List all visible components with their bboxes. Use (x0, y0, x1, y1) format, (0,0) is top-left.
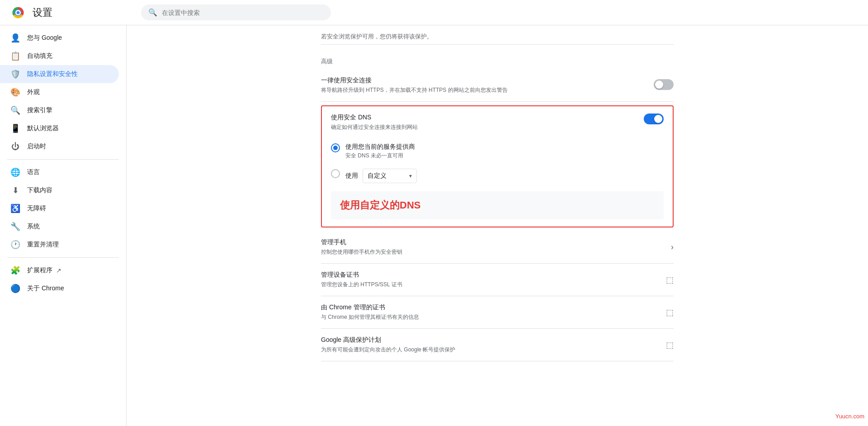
google-protection-desc: 为所有可能会遭到定向攻击的个人 Google 帐号提供保护 (321, 346, 655, 354)
dns-toggle[interactable] (644, 114, 664, 124)
sidebar-item-label: 关于 Chrome (27, 284, 64, 293)
sidebar-item-system[interactable]: 🔧 系统 (0, 218, 119, 236)
external-link-icon-3: ⬚ (666, 340, 674, 350)
search-icon: 🔍 (11, 106, 20, 115)
manage-phone-row[interactable]: 管理手机 控制您使用哪些手机作为安全密钥 › (321, 231, 674, 264)
dns-box-title: 使用安全 DNS (331, 114, 418, 122)
sidebar-item-browser[interactable]: 📱 默认浏览器 (0, 119, 119, 137)
main-layout: 👤 您与 Google 📋 自动填充 🛡️ 隐私设置和安全性 🎨 外观 🔍 搜索… (0, 25, 868, 426)
https-setting-desc: 将导航路径升级到 HTTPS，并在加载不支持 HTTPS 的网站之前向您发出警告 (321, 86, 643, 94)
sidebar-divider-2 (7, 257, 119, 258)
sidebar-item-label: 下载内容 (27, 186, 52, 194)
external-link-icon-2: ⬚ (666, 308, 674, 317)
sidebar-item-label: 您与 Google (27, 34, 62, 42)
sidebar-item-label: 默认浏览器 (27, 124, 59, 133)
sidebar-item-search[interactable]: 🔍 搜索引擎 (0, 101, 119, 119)
sidebar-item-startup[interactable]: ⏻ 启动时 (0, 137, 119, 156)
dns-option-2-label: 使用 (345, 172, 358, 180)
dns-box-info: 使用安全 DNS 确定如何通过安全连接来连接到网站 (331, 114, 418, 131)
reset-icon: 🕐 (11, 240, 20, 249)
google-protection-row[interactable]: Google 高级保护计划 为所有可能会遭到定向攻击的个人 Google 帐号提… (321, 329, 674, 361)
chrome-cert-info: 由 Chrome 管理的证书 与 Chrome 如何管理其根证书有关的信息 (321, 303, 655, 321)
dns-toggle-slider (644, 114, 664, 124)
sidebar-item-label: 外观 (27, 88, 40, 96)
manage-cert-title: 管理设备证书 (321, 271, 655, 279)
manage-phone-desc: 控制您使用哪些手机作为安全密钥 (321, 248, 660, 256)
manage-cert-desc: 管理您设备上的 HTTPS/SSL 证书 (321, 281, 655, 289)
arrow-right-icon: › (671, 242, 674, 252)
sidebar-item-google[interactable]: 👤 您与 Google (0, 29, 119, 47)
dns-box: 使用安全 DNS 确定如何通过安全连接来连接到网站 使用您当前的服务提供商 安全… (321, 105, 674, 227)
https-setting-title: 一律使用安全连接 (321, 76, 643, 85)
sidebar-divider-1 (7, 159, 119, 160)
dns-option-1[interactable]: 使用您当前的服务提供商 安全 DNS 未必一直可用 (331, 138, 664, 164)
puzzle-icon: 🧩 (11, 266, 20, 275)
section-header-advanced: 高级 (321, 48, 674, 69)
search-input[interactable] (162, 9, 324, 16)
palette-icon: 🎨 (11, 88, 20, 97)
google-protection-info: Google 高级保护计划 为所有可能会遭到定向攻击的个人 Google 帐号提… (321, 336, 655, 354)
sidebar-item-label: 隐私设置和安全性 (27, 70, 78, 78)
dns-radio-1[interactable] (331, 143, 340, 152)
top-note: 若安全浏览保护可用，您仍将获得该保护。 (321, 25, 674, 45)
search-bar: 🔍 (141, 5, 331, 20)
sidebar-item-label: 扩展程序 (27, 266, 52, 275)
chrome-logo-icon (11, 5, 25, 20)
wrench-icon: 🔧 (11, 222, 20, 231)
dns-option-1-sublabel: 安全 DNS 未必一直可用 (345, 152, 415, 160)
dns-box-header: 使用安全 DNS 确定如何通过安全连接来连接到网站 (331, 114, 664, 131)
sidebar-item-label: 搜索引擎 (27, 106, 52, 114)
content-area: 若安全浏览保护可用，您仍将获得该保护。 高级 一律使用安全连接 将导航路径升级到… (127, 25, 868, 426)
sidebar-item-label: 自动填充 (27, 52, 52, 60)
sidebar-item-about[interactable]: 🔵 关于 Chrome (0, 279, 119, 298)
sidebar-item-download[interactable]: ⬇ 下载内容 (0, 181, 119, 199)
sidebar-item-autofill[interactable]: 📋 自动填充 (0, 47, 119, 65)
sidebar-item-label: 无障碍 (27, 204, 46, 213)
autofill-icon: 📋 (11, 52, 20, 61)
manage-phone-title: 管理手机 (321, 238, 660, 246)
chevron-down-icon: ▾ (409, 173, 412, 179)
sidebar-item-appearance[interactable]: 🎨 外观 (0, 83, 119, 101)
custom-dns-prompt: 使用自定义的DNS (340, 199, 655, 212)
page-title: 设置 (33, 6, 52, 19)
chrome-cert-desc: 与 Chrome 如何管理其根证书有关的信息 (321, 313, 655, 321)
dns-option-1-label: 使用您当前的服务提供商 (345, 143, 415, 151)
person-icon: 👤 (11, 33, 20, 43)
sidebar-item-label: 重置并清理 (27, 241, 59, 249)
https-toggle-slider (654, 79, 674, 90)
chrome-cert-row[interactable]: 由 Chrome 管理的证书 与 Chrome 如何管理其根证书有关的信息 ⬚ (321, 296, 674, 329)
sidebar-item-reset[interactable]: 🕐 重置并清理 (0, 236, 119, 254)
dns-custom-select[interactable]: 自定义 ▾ (363, 169, 417, 183)
https-setting-row: 一律使用安全连接 将导航路径升级到 HTTPS，并在加载不支持 HTTPS 的网… (321, 69, 674, 102)
dns-option-2[interactable]: 使用 自定义 ▾ (331, 164, 664, 188)
download-icon: ⬇ (11, 186, 20, 195)
manage-cert-info: 管理设备证书 管理您设备上的 HTTPS/SSL 证书 (321, 271, 655, 289)
chrome-icon: 🔵 (11, 284, 20, 293)
external-link-icon: ↗ (56, 267, 61, 274)
header: 设置 🔍 (0, 0, 868, 25)
browser-icon: 📱 (11, 124, 20, 133)
sidebar-item-extensions[interactable]: 🧩 扩展程序 ↗ (0, 261, 119, 279)
manage-phone-info: 管理手机 控制您使用哪些手机作为安全密钥 (321, 238, 660, 256)
https-setting-info: 一律使用安全连接 将导航路径升级到 HTTPS，并在加载不支持 HTTPS 的网… (321, 76, 643, 94)
manage-cert-row[interactable]: 管理设备证书 管理您设备上的 HTTPS/SSL 证书 ⬚ (321, 264, 674, 296)
sidebar-item-privacy[interactable]: 🛡️ 隐私设置和安全性 (0, 65, 119, 83)
svg-point-4 (17, 11, 20, 14)
sidebar: 👤 您与 Google 📋 自动填充 🛡️ 隐私设置和安全性 🎨 外观 🔍 搜索… (0, 25, 127, 426)
sidebar-item-language[interactable]: 🌐 语言 (0, 163, 119, 181)
custom-dns-input-area: 使用自定义的DNS (331, 191, 664, 219)
sidebar-item-accessibility[interactable]: ♿ 无障碍 (0, 199, 119, 218)
accessibility-icon: ♿ (11, 204, 20, 213)
watermark: Yuucn.com (835, 413, 864, 420)
custom-dns-option-label: 自定义 (368, 172, 387, 180)
external-link-icon: ⬚ (666, 275, 674, 285)
dns-radio-2[interactable] (331, 169, 340, 178)
https-toggle[interactable] (654, 79, 674, 90)
sidebar-item-label: 语言 (27, 168, 40, 176)
globe-icon: 🌐 (11, 168, 20, 177)
chrome-cert-title: 由 Chrome 管理的证书 (321, 303, 655, 312)
google-protection-title: Google 高级保护计划 (321, 336, 655, 344)
https-toggle-control (654, 79, 674, 92)
dns-box-desc: 确定如何通过安全连接来连接到网站 (331, 123, 418, 131)
sidebar-item-label: 启动时 (27, 142, 46, 151)
